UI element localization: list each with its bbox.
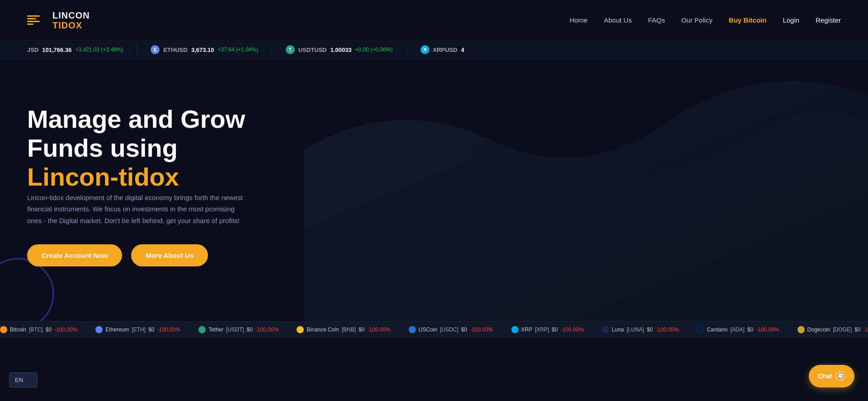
hero-title-line2: Funds using bbox=[27, 134, 178, 162]
xrp-change: -100.00% bbox=[561, 326, 584, 333]
ada-dot-icon bbox=[697, 326, 704, 333]
nav-item-home[interactable]: Home bbox=[570, 16, 588, 24]
xrp-name: XRP bbox=[521, 326, 533, 333]
bnb-price: $0 bbox=[359, 326, 364, 333]
ticker-eth: E ETHUSD 3,673.10 +37.64 (+1.04%) bbox=[151, 45, 258, 54]
bnb-change: -100.00% bbox=[367, 326, 390, 333]
bottom-ticker-inner: Bitcoin [BTC] $0 -100.00% Ethereum [ETH]… bbox=[0, 326, 868, 333]
hero-buttons: Create Account Now More About Us bbox=[27, 244, 245, 266]
eth-change: -100.00% bbox=[157, 326, 180, 333]
navbar: LINCON TIDOX Home About Us FAQs Our Poli… bbox=[0, 0, 868, 41]
xrp-dot-icon bbox=[511, 326, 519, 333]
logo-line-3 bbox=[27, 21, 40, 22]
decorative-arc bbox=[0, 258, 54, 321]
nav-item-login[interactable]: Login bbox=[783, 16, 799, 24]
ticker-usdt: T USDTUSD 1.00033 +0.00 (+0.06%) bbox=[286, 45, 393, 54]
ticker-divider-3 bbox=[406, 45, 407, 54]
nav-item-buy-bitcoin[interactable]: Buy Bitcoin bbox=[729, 16, 766, 24]
logo-text: LINCON TIDOX bbox=[52, 10, 90, 30]
logo-line-4 bbox=[27, 23, 33, 25]
doge-price: $0 bbox=[854, 326, 860, 333]
bnb-symbol: [BNB] bbox=[342, 326, 356, 333]
eth-symbol: [ETH] bbox=[132, 326, 146, 333]
ada-change: -100.00% bbox=[756, 326, 779, 333]
ada-price: $0 bbox=[747, 326, 753, 333]
usdt-price: $0 bbox=[247, 326, 253, 333]
btc-price: $0 bbox=[46, 326, 52, 333]
luna-symbol: [LUNA] bbox=[627, 326, 644, 333]
ticker-btc: JSD 101,766.36 +3,421.03 (+3.48%) bbox=[27, 47, 123, 53]
ticker-btc-symbol: JSD bbox=[27, 47, 38, 53]
luna-dot-icon bbox=[602, 326, 609, 333]
usdc-change: -100.00% bbox=[470, 326, 493, 333]
hero-section: Manage and Grow Funds using Lincon-tidox… bbox=[0, 59, 868, 321]
logo-name-top: LINCON bbox=[52, 10, 90, 20]
hero-description: Lincon-tidox development of the digital … bbox=[27, 192, 244, 227]
usdt-icon: T bbox=[286, 45, 295, 54]
hero-title-line3: Lincon-tidox bbox=[27, 163, 179, 191]
ticker-usdt-price: 1.00033 bbox=[330, 47, 352, 53]
btc-dot-icon bbox=[0, 326, 7, 333]
eth-price: $0 bbox=[148, 326, 154, 333]
usdt-name: Tether bbox=[208, 326, 223, 333]
btc-name: Bitcoin bbox=[10, 326, 26, 333]
usdc-name: USCoin bbox=[419, 326, 437, 333]
xrp-symbol: [XRP] bbox=[535, 326, 549, 333]
ticker-eth-symbol: ETHUSD bbox=[163, 47, 187, 53]
hero-wave-bg bbox=[304, 59, 868, 321]
bottom-ticker-xrp: XRP [XRP] $0 -100.00% bbox=[511, 326, 584, 333]
ticker-xrp-symbol: XRPUSD bbox=[433, 47, 458, 53]
usdt-dot-icon bbox=[198, 326, 206, 333]
btc-symbol: [BTC] bbox=[29, 326, 43, 333]
ticker-divider-1 bbox=[137, 45, 137, 54]
nav-item-policy[interactable]: Our Policy bbox=[681, 16, 712, 24]
bnb-name: Binance Coin bbox=[307, 326, 339, 333]
bottom-ticker: Bitcoin [BTC] $0 -100.00% Ethereum [ETH]… bbox=[0, 321, 868, 338]
bottom-ticker-usdt: Tether [USDT] $0 -100.00% bbox=[198, 326, 278, 333]
xrp-icon: ✕ bbox=[420, 45, 429, 54]
nav-item-about[interactable]: About Us bbox=[604, 16, 632, 24]
logo-name-bottom: TIDOX bbox=[52, 20, 90, 30]
ticker-eth-price: 3,673.10 bbox=[191, 47, 214, 53]
ticker-eth-change: +37.64 (+1.04%) bbox=[218, 47, 258, 53]
hero-content: Manage and Grow Funds using Lincon-tidox… bbox=[27, 105, 245, 267]
logo-line-2 bbox=[27, 18, 36, 19]
ticker-xrp-price: 4 bbox=[461, 47, 464, 53]
doge-dot-icon bbox=[797, 326, 805, 333]
xrp-price: $0 bbox=[552, 326, 558, 333]
luna-price: $0 bbox=[647, 326, 653, 333]
usdt-symbol: [USDT] bbox=[226, 326, 244, 333]
logo-icon bbox=[27, 10, 47, 30]
hero-title: Manage and Grow Funds using Lincon-tidox bbox=[27, 105, 245, 192]
doge-name: Dogecoin bbox=[807, 326, 830, 333]
btc-change: -100.00% bbox=[54, 326, 77, 333]
bottom-ticker-usdc: USCoin [USDC] $0 -100.00% bbox=[409, 326, 493, 333]
bottom-ticker-btc: Bitcoin [BTC] $0 -100.00% bbox=[0, 326, 77, 333]
eth-dot-icon bbox=[95, 326, 103, 333]
usdt-change: -100.00% bbox=[255, 326, 278, 333]
eth-icon: E bbox=[151, 45, 160, 54]
more-about-us-button[interactable]: More About Us bbox=[131, 244, 208, 266]
bottom-ticker-eth: Ethereum [ETH] $0 -100.00% bbox=[95, 326, 180, 333]
ticker-divider-2 bbox=[272, 45, 272, 54]
usdc-price: $0 bbox=[461, 326, 467, 333]
create-account-button[interactable]: Create Account Now bbox=[27, 244, 122, 266]
ticker-btc-price: 101,766.36 bbox=[42, 47, 71, 53]
ada-symbol: [ADA] bbox=[730, 326, 744, 333]
nav-item-faqs[interactable]: FAQs bbox=[648, 16, 665, 24]
usdc-symbol: [USDC] bbox=[440, 326, 458, 333]
ticker-xrp: ✕ XRPUSD 4 bbox=[420, 45, 464, 54]
bottom-ticker-doge: Dogecoin [DOGE] $0 -100.00% bbox=[797, 326, 868, 333]
logo[interactable]: LINCON TIDOX bbox=[27, 10, 90, 30]
ticker-btc-change: +3,421.03 (+3.48%) bbox=[75, 47, 123, 53]
bottom-ticker-luna: Luna [LUNA] $0 -100.00% bbox=[602, 326, 679, 333]
doge-change: -100.00% bbox=[863, 326, 868, 333]
doge-symbol: [DOGE] bbox=[833, 326, 852, 333]
usdc-dot-icon bbox=[409, 326, 416, 333]
hero-title-line1: Manage and Grow bbox=[27, 105, 245, 133]
bottom-ticker-ada: Cardano [ADA] $0 -100.00% bbox=[697, 326, 779, 333]
bottom-ticker-bnb: Binance Coin [BNB] $0 -100.00% bbox=[297, 326, 390, 333]
luna-change: -100.00% bbox=[656, 326, 679, 333]
nav-links: Home About Us FAQs Our Policy Buy Bitcoi… bbox=[570, 16, 841, 24]
nav-item-register[interactable]: Register bbox=[816, 16, 841, 24]
